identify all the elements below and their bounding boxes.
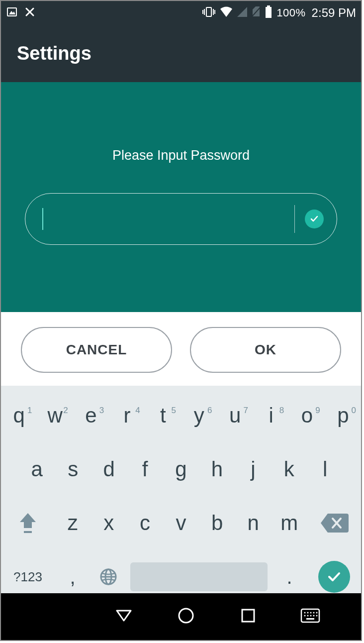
key-label: q: [13, 404, 25, 428]
key-hint: 7: [243, 406, 248, 416]
page-title: Settings: [17, 43, 91, 64]
check-icon: [326, 568, 343, 585]
svg-point-20: [313, 612, 314, 614]
svg-marker-1: [9, 11, 15, 14]
status-bar: 100% 2:59 PM: [1, 1, 361, 25]
recents-button[interactable]: [238, 606, 258, 628]
key-q[interactable]: 1q: [1, 404, 37, 428]
battery-percentage: 100%: [276, 6, 305, 19]
key-k[interactable]: k: [271, 457, 307, 481]
ok-button[interactable]: OK: [190, 327, 341, 373]
key-h[interactable]: h: [199, 457, 235, 481]
key-j[interactable]: j: [235, 457, 271, 481]
key-y[interactable]: 6y: [181, 404, 217, 428]
key-v[interactable]: v: [163, 511, 199, 535]
key-b[interactable]: b: [199, 511, 235, 535]
svg-point-22: [304, 615, 305, 617]
svg-point-26: [316, 615, 317, 617]
sim-off-icon: [252, 6, 261, 19]
key-d[interactable]: d: [91, 457, 127, 481]
password-input[interactable]: [43, 204, 291, 234]
triangle-down-icon: [114, 606, 134, 626]
key-hint: 6: [207, 406, 212, 416]
password-prompt: Please Input Password: [1, 148, 361, 163]
key-hint: 3: [99, 406, 104, 416]
svg-rect-15: [242, 610, 254, 622]
password-confirm-button[interactable]: [305, 210, 324, 228]
back-button[interactable]: [114, 606, 134, 628]
key-m[interactable]: m: [271, 511, 307, 535]
key-u[interactable]: 7u: [217, 404, 253, 428]
signal-empty-icon: [237, 6, 248, 19]
vibrate-icon: [202, 6, 216, 19]
keyboard-icon: [300, 608, 320, 623]
circle-icon: [176, 606, 196, 626]
key-z[interactable]: z: [55, 511, 91, 535]
backspace-key[interactable]: [307, 513, 361, 534]
shift-icon: [18, 511, 38, 535]
clock: 2:59 PM: [312, 6, 356, 20]
image-icon: [6, 6, 18, 20]
key-l[interactable]: l: [307, 457, 343, 481]
svg-rect-10: [24, 531, 32, 533]
app-bar: Settings: [1, 25, 361, 82]
space-key[interactable]: [126, 562, 272, 591]
svg-point-18: [307, 612, 308, 614]
key-f[interactable]: f: [127, 457, 163, 481]
cancel-button[interactable]: CANCEL: [21, 327, 172, 373]
key-label: p: [337, 404, 349, 428]
key-e[interactable]: 3e: [73, 404, 109, 428]
svg-rect-9: [267, 5, 270, 7]
svg-point-24: [310, 615, 311, 617]
key-x[interactable]: x: [91, 511, 127, 535]
svg-rect-2: [206, 7, 211, 16]
key-a[interactable]: a: [19, 457, 55, 481]
svg-point-23: [307, 615, 308, 617]
dialog-buttons: CANCEL OK: [1, 312, 361, 386]
key-label: e: [85, 404, 96, 428]
home-button[interactable]: [176, 606, 196, 628]
key-i[interactable]: 8i: [253, 404, 289, 428]
key-o[interactable]: 9o: [289, 404, 325, 428]
key-hint: 4: [135, 406, 140, 416]
wifi-icon: [220, 6, 233, 19]
enter-key[interactable]: [307, 561, 361, 593]
square-icon: [238, 606, 258, 626]
key-hint: 8: [279, 406, 284, 416]
svg-point-25: [313, 615, 314, 617]
key-g[interactable]: g: [163, 457, 199, 481]
key-n[interactable]: n: [235, 511, 272, 535]
svg-point-21: [316, 612, 317, 614]
language-key[interactable]: [91, 568, 126, 586]
svg-point-17: [304, 612, 305, 614]
key-s[interactable]: s: [55, 457, 91, 481]
key-label: t: [160, 404, 166, 428]
close-x-icon: [25, 7, 35, 19]
key-label: u: [229, 404, 241, 428]
key-hint: 5: [172, 406, 176, 416]
key-w[interactable]: 2w: [37, 404, 73, 428]
password-panel: Please Input Password: [1, 82, 361, 312]
key-t[interactable]: 5t: [145, 404, 181, 428]
svg-point-19: [310, 612, 311, 614]
shift-key[interactable]: [1, 511, 55, 535]
key-p[interactable]: 0p: [325, 404, 361, 428]
key-r[interactable]: 4r: [109, 404, 145, 428]
keyboard-switch-button[interactable]: [300, 608, 320, 625]
symbols-key[interactable]: ?123: [1, 569, 55, 585]
comma-key[interactable]: ,: [55, 566, 91, 588]
system-nav-bar: [1, 593, 361, 640]
battery-icon: [265, 5, 273, 20]
key-hint: 9: [315, 406, 320, 416]
key-c[interactable]: c: [127, 511, 163, 535]
key-label: y: [194, 404, 204, 428]
key-hint: 2: [63, 406, 68, 416]
key-label: i: [269, 404, 273, 428]
divider: [294, 205, 295, 233]
key-label: o: [301, 404, 313, 428]
period-key[interactable]: .: [272, 566, 307, 588]
soft-keyboard: 1q2w3e4r5t6y7u8i9o0p asdfghjkl zxcvbnm ?…: [1, 386, 361, 604]
key-hint: 1: [27, 406, 32, 416]
key-label: r: [123, 404, 130, 428]
key-hint: 0: [352, 406, 356, 416]
